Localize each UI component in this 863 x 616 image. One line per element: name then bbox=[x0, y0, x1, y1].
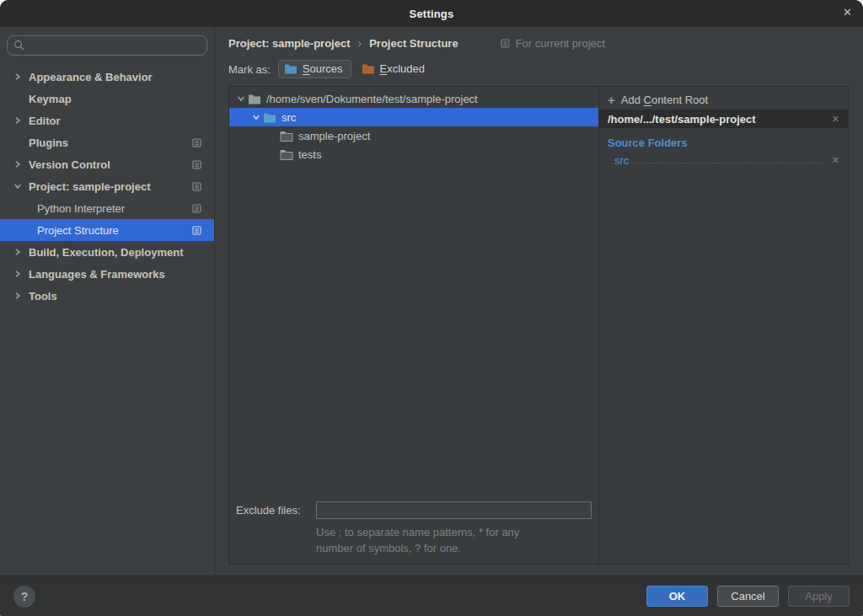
chevron-down-icon[interactable] bbox=[234, 94, 248, 103]
tree-item-tests[interactable]: tests bbox=[229, 145, 598, 163]
help-icon: ? bbox=[21, 590, 29, 603]
chevron-down-icon bbox=[13, 182, 29, 190]
context-note-label: For current project bbox=[516, 37, 605, 50]
content-root-path: /home/.../test/sample-project bbox=[608, 113, 830, 126]
breadcrumb-page: Project Structure bbox=[369, 37, 458, 50]
content-root-item[interactable]: /home/.../test/sample-project ✕ bbox=[599, 110, 848, 128]
sidebar-item-label: Plugins bbox=[29, 137, 68, 149]
sidebar-item-build-execution-deployment[interactable]: Build, Execution, Deployment bbox=[0, 241, 214, 263]
source-folder-item[interactable]: src ✕ bbox=[599, 152, 848, 167]
dialog-footer: ? OK Cancel Apply bbox=[0, 576, 863, 616]
tree-item-content-root[interactable]: /home/sven/Dokumente/test/sample-project bbox=[229, 89, 598, 108]
sidebar-item-editor[interactable]: Editor bbox=[0, 110, 214, 131]
tree-item-label: /home/sven/Dokumente/test/sample-project bbox=[266, 93, 478, 105]
settings-categories: Appearance & Behavior Keymap Editor Plug… bbox=[0, 66, 214, 307]
folder-icon bbox=[280, 149, 293, 160]
project-badge-icon bbox=[191, 225, 202, 236]
sidebar-item-languages-frameworks[interactable]: Languages & Frameworks bbox=[0, 263, 214, 285]
apply-button[interactable]: Apply bbox=[788, 586, 850, 607]
exclude-files-section: Exclude files: Use ; to separate name pa… bbox=[229, 501, 598, 564]
tree-item-src[interactable]: src bbox=[229, 108, 598, 126]
sidebar-item-label: Python Interpreter bbox=[37, 202, 125, 215]
mark-as-toolbar: Mark as: Sources Excluded bbox=[215, 54, 863, 86]
sidebar-item-label: Editor bbox=[29, 115, 61, 127]
chevron-right-icon bbox=[13, 160, 29, 169]
chevron-down-icon[interactable] bbox=[249, 113, 263, 121]
ok-button[interactable]: OK bbox=[646, 586, 708, 607]
sidebar-item-python-interpreter[interactable]: Python Interpreter bbox=[0, 197, 214, 219]
project-badge-icon bbox=[500, 38, 511, 49]
mark-as-label: Mark as: bbox=[228, 63, 271, 76]
hint-line: number of symbols, ? for one. bbox=[316, 541, 592, 557]
dialog-title: Settings bbox=[410, 8, 454, 20]
plus-icon: + bbox=[608, 94, 615, 106]
breadcrumb-project[interactable]: Project: sample-project bbox=[228, 37, 351, 50]
breadcrumb: Project: sample-project › Project Struct… bbox=[215, 27, 863, 54]
source-folder-icon bbox=[263, 112, 276, 123]
sidebar-item-label: Languages & Frameworks bbox=[29, 268, 165, 281]
content-root-details: + Add Content Root /home/.../test/sample… bbox=[598, 87, 848, 564]
add-content-root-label: Add Content Root bbox=[621, 94, 708, 106]
sidebar-item-keymap[interactable]: Keymap bbox=[0, 88, 214, 110]
close-icon[interactable]: ✕ bbox=[843, 7, 852, 18]
sidebar-item-appearance-behavior[interactable]: Appearance & Behavior bbox=[0, 66, 214, 88]
titlebar: Settings ✕ bbox=[0, 0, 863, 27]
settings-sidebar: Appearance & Behavior Keymap Editor Plug… bbox=[0, 27, 215, 576]
context-note: For current project bbox=[500, 37, 605, 50]
sidebar-item-label: Project Structure bbox=[37, 224, 119, 237]
remove-content-root-icon[interactable]: ✕ bbox=[830, 114, 841, 125]
chevron-right-icon bbox=[13, 248, 29, 256]
tree-item-sample-project[interactable]: sample-project bbox=[229, 126, 598, 145]
sidebar-item-label: Appearance & Behavior bbox=[29, 71, 153, 83]
cancel-button[interactable]: Cancel bbox=[717, 586, 779, 607]
project-structure-panel: /home/sven/Dokumente/test/sample-project… bbox=[228, 86, 849, 565]
sidebar-item-label: Project: sample-project bbox=[29, 180, 151, 193]
settings-search-input[interactable] bbox=[7, 35, 207, 56]
tree-item-label: sample-project bbox=[298, 130, 370, 142]
source-folder-name: src bbox=[614, 154, 629, 167]
mark-sources-button[interactable]: Sources bbox=[278, 60, 351, 78]
project-badge-icon bbox=[191, 137, 202, 148]
help-button[interactable]: ? bbox=[13, 586, 35, 608]
project-badge-icon bbox=[191, 203, 202, 214]
mark-sources-label: Sources bbox=[303, 62, 343, 75]
chevron-right-icon bbox=[13, 116, 29, 125]
chevron-right-icon bbox=[13, 72, 29, 81]
sidebar-item-project-structure[interactable]: Project Structure bbox=[0, 219, 214, 241]
folder-icon bbox=[280, 131, 293, 142]
sidebar-item-label: Keymap bbox=[29, 93, 72, 105]
excluded-folder-icon bbox=[362, 63, 375, 74]
exclude-files-input[interactable] bbox=[316, 501, 592, 519]
mark-excluded-label: Excluded bbox=[380, 62, 425, 75]
exclude-files-hint: Use ; to separate name patterns, * for a… bbox=[316, 525, 592, 557]
project-badge-icon bbox=[191, 159, 202, 170]
folder-icon bbox=[248, 94, 261, 104]
hint-line: Use ; to separate name patterns, * for a… bbox=[316, 525, 592, 541]
sidebar-item-version-control[interactable]: Version Control bbox=[0, 153, 214, 175]
sidebar-item-project-sample-project[interactable]: Project: sample-project bbox=[0, 175, 214, 197]
tree-item-label: src bbox=[281, 111, 296, 124]
mark-excluded-button[interactable]: Excluded bbox=[359, 60, 433, 78]
sidebar-item-tools[interactable]: Tools bbox=[0, 285, 214, 307]
chevron-right-icon bbox=[13, 292, 29, 300]
exclude-files-label: Exclude files: bbox=[236, 504, 316, 517]
project-badge-icon bbox=[191, 181, 202, 192]
sidebar-item-label: Build, Execution, Deployment bbox=[29, 246, 183, 259]
dotted-leader bbox=[633, 163, 825, 163]
chevron-right-icon bbox=[13, 270, 29, 278]
tree-item-label: tests bbox=[298, 148, 321, 161]
content-roots-tree: /home/sven/Dokumente/test/sample-project… bbox=[229, 87, 598, 564]
search-icon bbox=[13, 40, 25, 51]
sidebar-item-label: Tools bbox=[29, 290, 57, 303]
remove-source-folder-icon[interactable]: ✕ bbox=[830, 155, 841, 166]
source-folders-header: Source Folders bbox=[599, 128, 848, 152]
sources-folder-icon bbox=[284, 63, 297, 74]
sidebar-item-label: Version Control bbox=[29, 158, 110, 171]
breadcrumb-separator-icon: › bbox=[358, 36, 362, 50]
sidebar-item-plugins[interactable]: Plugins bbox=[0, 131, 214, 153]
add-content-root-button[interactable]: + Add Content Root bbox=[599, 89, 848, 110]
settings-dialog: Settings ✕ Appearance & Behavior Keymap bbox=[0, 0, 863, 616]
settings-search bbox=[7, 35, 207, 56]
